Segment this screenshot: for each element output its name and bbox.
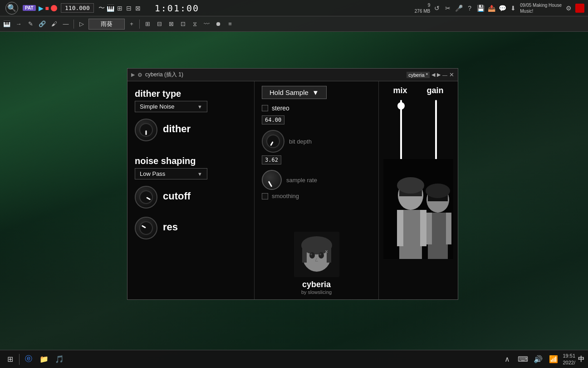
sample-rate-row: sample rate	[262, 170, 371, 190]
plugin-prev-icon[interactable]: ◀	[431, 72, 435, 78]
taskbar-windows-icon[interactable]: ⊞	[4, 353, 16, 366]
dither-knob-inner	[139, 123, 153, 137]
cpu-display: 9 276 MB	[415, 2, 430, 14]
systray-volume-icon[interactable]: 🔊	[532, 353, 544, 366]
bit-depth-knob[interactable]	[262, 130, 284, 153]
svg-rect-16	[420, 210, 426, 246]
dither-label: dither	[163, 123, 191, 135]
tb2-plus-icon[interactable]: +	[127, 19, 137, 29]
plugin-arrow[interactable]: ▶	[131, 72, 135, 78]
dither-type-dropdown[interactable]: Simple Noise ▼	[135, 101, 207, 112]
stop-button[interactable]: ■	[45, 5, 49, 12]
stereo-row: stereo	[262, 104, 371, 112]
play-button[interactable]: ▶	[39, 5, 44, 12]
dither-knob-row: dither	[135, 119, 247, 141]
tb2-grid1-icon[interactable]: ⊞	[142, 19, 152, 29]
download-icon[interactable]: ⬇	[509, 4, 517, 12]
settings-icon[interactable]: ⚙	[564, 4, 573, 12]
svg-rect-15	[397, 210, 403, 246]
separator-2	[139, 20, 140, 29]
tb2-grid4-icon[interactable]: ⊡	[178, 19, 188, 29]
noise-shaping-section: noise shaping Low Pass ▼	[135, 156, 247, 179]
plugin-minimize-icon[interactable]: —	[442, 72, 447, 78]
taskbar-edge-icon[interactable]: ⓔ	[22, 353, 35, 366]
svg-point-8	[319, 254, 321, 255]
search-icon[interactable]: 🔍	[5, 2, 18, 15]
taskbar-lang[interactable]: 中	[578, 355, 584, 363]
bpm-display[interactable]: 110.000	[61, 3, 94, 13]
sample-rate-knob[interactable]	[262, 170, 282, 190]
toolbar-icon-piano[interactable]: 🎹	[107, 4, 115, 12]
svg-point-7	[310, 254, 312, 255]
tb2-right-arrow[interactable]: ▷	[77, 19, 87, 29]
plugin-close-button[interactable]: ✕	[449, 71, 454, 78]
plugin-next-icon[interactable]: ▶	[437, 72, 441, 78]
smoothing-row: smoothing	[262, 193, 371, 199]
taskbar-folder-icon[interactable]: 📁	[38, 353, 50, 366]
smoothing-checkbox[interactable]	[262, 193, 268, 199]
svg-point-6	[318, 252, 324, 259]
tb2-pencil-icon[interactable]: ✎	[25, 19, 35, 29]
toolbar-icon-step[interactable]: ⊞	[116, 4, 124, 12]
mix-slider-thumb[interactable]	[397, 102, 405, 109]
systray-expand-icon[interactable]: ∧	[501, 353, 514, 366]
secondary-toolbar: 🎹 → ✎ 🔗 🖌 — ▷ 雨葵 + ⊞ ⊟ ⊠ ⊡ ⧖ 〰 ⏺ ≡	[0, 16, 588, 32]
res-knob[interactable]	[135, 217, 157, 239]
tb2-arrow-icon[interactable]: →	[14, 19, 24, 29]
tb2-more-icon[interactable]: ≡	[225, 19, 235, 29]
taskbar-fl-icon[interactable]: 🎵	[53, 353, 66, 366]
stereo-checkbox[interactable]	[262, 105, 268, 111]
date-label: 09/05 Making HouseMusic!	[520, 2, 562, 14]
artist-svg	[383, 159, 453, 259]
hold-sample-button[interactable]: Hold Sample ▼	[262, 86, 327, 99]
mixer-labels: mix gain	[383, 86, 453, 95]
bit-depth-value2-box[interactable]: 3.62	[262, 155, 281, 164]
tb2-funnel-icon[interactable]: ⧖	[190, 19, 200, 29]
transport-controls: ▶ ■	[39, 5, 57, 12]
bit-depth-label: bit depth	[289, 138, 312, 145]
plugin-window: ▶ ⚙ cyberia (插入 1) cyberia * ◀ ▶ — ✕ dit…	[127, 68, 458, 300]
tb2-grid2-icon[interactable]: ⊟	[154, 19, 164, 29]
tb2-link-icon[interactable]: 🔗	[37, 19, 47, 29]
left-panel: dither type Simple Noise ▼ dither noise …	[127, 81, 255, 299]
right-panel: mix gain	[378, 81, 458, 299]
right-toolbar: 9 276 MB ↺ ✂ 🎤 ? 💾 📤 💬 ⬇ 09/05 Making Ho…	[415, 2, 588, 14]
toolbar-icon-plugin[interactable]: ⊠	[134, 4, 142, 12]
tb2-line-icon[interactable]: —	[61, 19, 71, 29]
tb2-grid3-icon[interactable]: ⊠	[166, 19, 176, 29]
tb2-piano-icon[interactable]: 🎹	[2, 19, 12, 29]
export-icon[interactable]: 📤	[487, 4, 495, 12]
taskbar: ⊞ ⓔ 📁 🎵 ∧ ⌨ 🔊 📶 19:51 2022/ 中	[0, 350, 588, 368]
taskbar-time: 19:51 2022/	[563, 353, 575, 366]
track-name[interactable]: 雨葵	[88, 19, 125, 30]
tb2-brush-icon[interactable]: 🖌	[49, 19, 59, 29]
toolbar-icon-mix[interactable]: ⊟	[125, 4, 133, 12]
record-button[interactable]	[51, 5, 57, 11]
plugin-artwork: ×	[294, 232, 339, 277]
tb2-record2-icon[interactable]: ⏺	[213, 19, 223, 29]
systray-keyboard-icon[interactable]: ⌨	[516, 353, 529, 366]
mic-icon[interactable]: 🎤	[455, 4, 463, 12]
svg-rect-21	[426, 213, 432, 244]
toolbar-icon-wave[interactable]: 〜	[98, 4, 106, 12]
bit-depth-value-box[interactable]: 64.00	[262, 115, 284, 124]
time-display: 1:01:00	[155, 3, 199, 14]
sample-rate-label: sample rate	[286, 177, 317, 184]
systray-network-icon[interactable]: 📶	[547, 353, 560, 366]
plugin-title-right-label: cyberia *	[407, 72, 430, 78]
plugin-title: cyberia (插入 1)	[145, 71, 404, 79]
bit-depth-knob-inner	[264, 132, 283, 151]
undo-icon[interactable]: ↺	[433, 4, 441, 12]
chat-icon[interactable]: 💬	[498, 4, 506, 12]
stereo-label: stereo	[272, 104, 289, 112]
artwork-svg: ×	[294, 232, 339, 277]
dither-knob[interactable]	[135, 119, 157, 141]
cutoff-knob[interactable]	[135, 186, 157, 209]
menu-bar: 🔍 PAT ▶ ■ 110.000 〜 🎹 ⊞ ⊟ ⊠	[0, 2, 146, 15]
help-icon[interactable]: ?	[466, 4, 474, 12]
cut-icon[interactable]: ✂	[444, 4, 452, 12]
svg-point-13	[397, 177, 424, 194]
save-icon[interactable]: 💾	[476, 4, 485, 12]
low-pass-dropdown[interactable]: Low Pass ▼	[135, 168, 207, 179]
tb2-wave2-icon[interactable]: 〰	[201, 19, 211, 29]
